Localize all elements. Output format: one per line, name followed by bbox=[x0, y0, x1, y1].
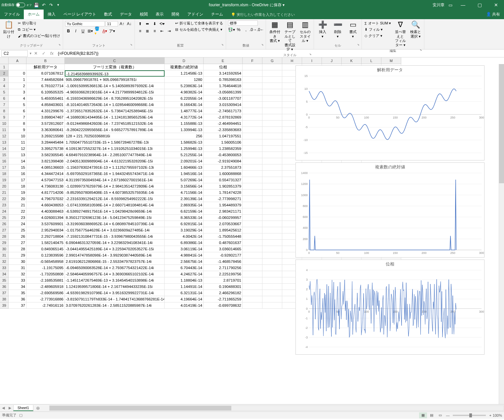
font-color-button[interactable]: A▾ bbox=[101, 28, 108, 34]
cell-E23[interactable]: 1.954489379 bbox=[204, 202, 243, 208]
cell-C8[interactable]: -1.37265178352632E-14 - 5.73847142538946… bbox=[65, 108, 165, 114]
cell-C33[interactable]: -6.09465090083528E-14 + 2.79367754321422… bbox=[65, 265, 165, 271]
tab-formulas[interactable]: 数式 bbox=[100, 10, 116, 19]
copy-button[interactable]: ⧉コピー ▾ bbox=[17, 27, 61, 32]
cell-G34[interactable] bbox=[262, 271, 282, 277]
cell-C32[interactable]: 2.61910621280686E-15 - 2.55334797823757E… bbox=[65, 259, 165, 265]
cell-C25[interactable]: 8.35012732696123E-14 - 5.04123475259849E… bbox=[65, 215, 165, 221]
autosum-button[interactable]: Σオート SUM ▾ bbox=[364, 20, 392, 26]
qat-dropdown-icon[interactable]: ▼ bbox=[56, 2, 61, 8]
row-header-33[interactable]: 33 bbox=[0, 265, 9, 271]
cell-G18[interactable] bbox=[262, 171, 282, 177]
cell-styles-button[interactable]: ▥セルの スタイル ▾ bbox=[298, 20, 312, 44]
row-header-26[interactable]: 26 bbox=[0, 221, 9, 227]
cell-F27[interactable] bbox=[243, 227, 262, 233]
cell-C34[interactable]: -2.58464405996757E-14 + 3.36903665102102… bbox=[65, 271, 165, 277]
cell-C39[interactable]: 3.07097620261283E-14 - 2.58511520885987E… bbox=[65, 302, 165, 309]
cell-B17[interactable]: 4.085136603 bbox=[26, 164, 65, 171]
cell-D6[interactable]: 6.22055E-14 bbox=[165, 95, 204, 102]
cell-E13[interactable]: 1.56005106 bbox=[204, 139, 243, 146]
autosave-toggle[interactable]: 自動保存 オフ bbox=[1, 3, 32, 7]
cell-E26[interactable]: 2.070533667 bbox=[204, 221, 243, 227]
cell-C35[interactable]: -1.14511472675469E-13 + 3.16454540153898… bbox=[65, 277, 165, 284]
cell-B39[interactable]: -2.74916116 bbox=[26, 302, 65, 309]
cell-D12[interactable]: 256 bbox=[165, 133, 204, 139]
cell-F17[interactable] bbox=[243, 164, 262, 171]
cell-D25[interactable]: 8.36533E-14 bbox=[165, 215, 204, 221]
cell-C26[interactable]: -3.31993603886952E-14 + 6.08089784510739… bbox=[65, 221, 165, 227]
cell-G39[interactable] bbox=[262, 302, 282, 309]
cell-B28[interactable]: 2.292718804 bbox=[26, 233, 65, 240]
cell-F39[interactable] bbox=[243, 302, 262, 309]
cell-B8[interactable]: 4.331299676 bbox=[26, 108, 65, 114]
cell-A9[interactable]: 7 bbox=[9, 114, 26, 121]
col-header-H[interactable]: H bbox=[282, 57, 302, 64]
cell-A34[interactable]: 32 bbox=[9, 271, 26, 277]
cell-G17[interactable] bbox=[262, 164, 282, 171]
cell-G5[interactable] bbox=[262, 89, 282, 95]
cell-D30[interactable]: 3.06119E-14 bbox=[165, 246, 204, 252]
clear-button[interactable]: ◇クリア ▾ bbox=[364, 33, 392, 39]
cell-D15[interactable]: 5.21255E-14 bbox=[165, 152, 204, 158]
cell-B25[interactable]: 4.026001394 bbox=[26, 215, 65, 221]
cell-A7[interactable]: 5 bbox=[9, 102, 26, 108]
cell-D39[interactable]: 4.01419E-14 bbox=[165, 302, 204, 309]
cell-C15[interactable]: 4.68497910238964E-14 - 2.28510077477849E… bbox=[65, 152, 165, 158]
comma-button[interactable]: , bbox=[243, 26, 249, 33]
row-header-13[interactable]: 13 bbox=[0, 139, 9, 146]
tab-team[interactable]: チーム bbox=[207, 10, 227, 19]
cell-G16[interactable] bbox=[262, 158, 282, 164]
cell-E3[interactable]: 0.785398163 bbox=[204, 77, 243, 83]
row-header-11[interactable]: 11 bbox=[0, 127, 9, 133]
cell-B36[interactable]: -2.489605918 bbox=[26, 284, 65, 290]
tab-addins[interactable]: アドイン bbox=[183, 10, 207, 19]
paste-button[interactable]: 📋貼り付け bbox=[1, 20, 16, 39]
cell-A15[interactable]: 13 bbox=[9, 152, 26, 158]
horizontal-scrollbar[interactable] bbox=[49, 405, 504, 411]
cell-A13[interactable]: 11 bbox=[9, 139, 26, 146]
cell-B10[interactable]: 3.572812607 bbox=[26, 121, 65, 127]
row-header-30[interactable]: 30 bbox=[0, 246, 9, 252]
row-header-16[interactable]: 16 bbox=[0, 158, 9, 164]
add-sheet-button[interactable]: ⊕ bbox=[33, 405, 43, 411]
cell-F3[interactable] bbox=[243, 77, 262, 83]
col-header-F[interactable]: F bbox=[243, 57, 262, 64]
row-header-4[interactable]: 4 bbox=[0, 83, 9, 89]
cell-A20[interactable]: 18 bbox=[9, 183, 26, 190]
cell-E1[interactable]: 位相 bbox=[204, 64, 243, 70]
row-header-31[interactable]: 31 bbox=[0, 252, 9, 259]
row-header-7[interactable]: 7 bbox=[0, 102, 9, 108]
cell-C6[interactable]: -6.15933436986629E-14 - 8.70528951042082… bbox=[65, 95, 165, 102]
cell-A12[interactable]: 10 bbox=[9, 133, 26, 139]
cell-F19[interactable] bbox=[243, 177, 262, 183]
cell-A5[interactable]: 3 bbox=[9, 89, 26, 95]
cell-G14[interactable] bbox=[262, 146, 282, 152]
cell-C31[interactable]: 2.99014747858098E-14 - 3.99290387440589E… bbox=[65, 252, 165, 259]
cell-D19[interactable]: 5.07269E-14 bbox=[165, 177, 204, 183]
cell-A18[interactable]: 16 bbox=[9, 171, 26, 177]
align-left-button[interactable]: ≡ bbox=[137, 28, 143, 34]
cell-F23[interactable] bbox=[243, 202, 262, 208]
cell-D5[interactable]: 4.98382E-14 bbox=[165, 89, 204, 95]
cell-B37[interactable]: -2.690569586 bbox=[26, 290, 65, 296]
cell-B31[interactable]: 0.123839596 bbox=[26, 252, 65, 259]
cell-G25[interactable] bbox=[262, 215, 282, 221]
cell-A24[interactable]: 22 bbox=[9, 208, 26, 215]
col-header-J[interactable]: J bbox=[322, 57, 342, 64]
format-cells-button[interactable]: ▭書式 ▾ bbox=[346, 20, 360, 39]
chart-phase[interactable]: 位相 -4-3-2-101234050100150200250300 bbox=[295, 260, 485, 355]
cell-F26[interactable] bbox=[243, 221, 262, 227]
cell-C11[interactable]: -9.28042220955656E-14 - 9.66527757891789… bbox=[65, 127, 165, 133]
minimize-button[interactable]: — bbox=[456, 0, 470, 10]
fill-button[interactable]: ⬇フィル ▾ bbox=[364, 27, 392, 32]
cell-G3[interactable] bbox=[262, 77, 282, 83]
cell-F30[interactable] bbox=[243, 246, 262, 252]
cell-C30[interactable]: -3.04414955425189E-14 + 3.22594702053527… bbox=[65, 246, 165, 252]
cell-C4[interactable]: -1.00915099536813E-14 + 5.14050893979392… bbox=[65, 83, 165, 89]
row-header-28[interactable]: 28 bbox=[0, 233, 9, 240]
cell-D27[interactable]: 3.19029E-14 bbox=[165, 227, 204, 233]
cell-F7[interactable] bbox=[243, 102, 262, 108]
sheet-nav-prev[interactable]: ◀ bbox=[0, 406, 7, 410]
cell-D33[interactable]: 6.70443E-14 bbox=[165, 265, 204, 271]
cell-B35[interactable]: -2.168535881 bbox=[26, 277, 65, 284]
